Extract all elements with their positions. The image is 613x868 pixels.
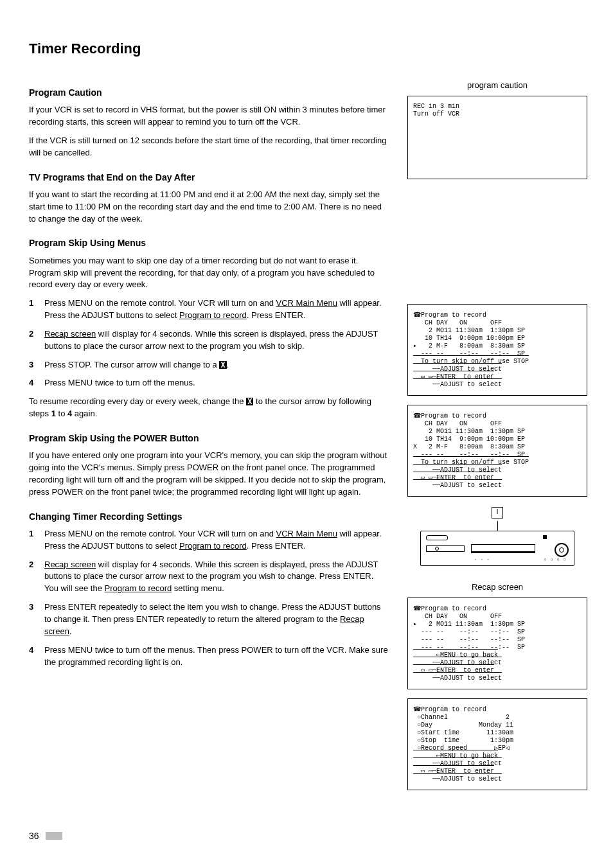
screen-line: ──ADJUST to select	[413, 466, 502, 474]
camera-icon	[413, 706, 421, 713]
screen-line: --- -- --:-- --:-- SP	[413, 636, 525, 643]
screen-line: ──ADJUST to select	[413, 482, 502, 489]
screen-title: Program to record	[421, 312, 486, 319]
screen-line: ──ADJUST to select	[413, 760, 502, 767]
para-caution-1: If your VCR is set to record in VHS form…	[29, 104, 388, 128]
underlined-term: Recap screen	[44, 329, 96, 339]
step-number: 3	[29, 601, 44, 638]
screen-title: Program to record	[421, 412, 486, 420]
screen-line: CH DAY ON OFF	[413, 613, 502, 620]
para-day-after: If you want to start the recording at 11…	[29, 189, 388, 226]
step-text: Recap screen will display for 4 seconds.…	[44, 328, 388, 353]
screen-line: X 2 M-F 8:00am 8:30am SP	[413, 443, 525, 450]
screen-line: ▸ 2 M-F 8:00am 8:30am SP	[413, 342, 525, 350]
camera-icon	[413, 605, 421, 612]
screen-line: 10 TH14 9:00pm 10:00pm EP	[413, 335, 525, 342]
para-caution-2: If the VCR is still turned on 12 seconds…	[29, 135, 388, 159]
text-fragment: . Press ENTER.	[247, 310, 306, 320]
underlined-term: VCR Main Menu	[276, 298, 337, 308]
page-number: 36	[29, 829, 39, 842]
page-footer: 36	[29, 829, 62, 842]
screen-line: To turn skip on/off use STOP	[413, 459, 529, 466]
vcr-ports: ○ ○ ○ ○	[544, 556, 567, 563]
screen-line: To turn skip on/off use STOP	[413, 358, 529, 365]
screen-line: ▭ ▭─ENTER to enter	[413, 373, 494, 380]
screen-line: REC in 3 min	[413, 103, 459, 110]
underlined-term: VCR Main Menu	[276, 529, 337, 538]
screen-recap: Program to record CH DAY ON OFF ▸ 2 MO11…	[407, 598, 587, 689]
text-fragment: Press MENU on the remote control. Your V…	[44, 298, 276, 308]
screen-line: ──ADJUST to select	[413, 775, 502, 783]
vcr-small-buttons: ▫ ▫ ▫	[475, 557, 491, 563]
skip-steps-list: 1 Press MENU on the remote control. Your…	[29, 297, 388, 389]
heading-day-after: TV Programs that End on the Day After	[29, 171, 388, 184]
heading-skip-menus: Program Skip Using Menus	[29, 236, 388, 249]
screen-title: Program to record	[421, 706, 486, 713]
camera-icon	[413, 412, 421, 420]
screen-line: ○Day Monday 11	[413, 722, 513, 729]
screen-line: 10 TH14 9:00pm 10:00pm EP	[413, 436, 525, 443]
screen-line: ▸ 2 MO11 11:30am 1:30pm SP	[413, 621, 525, 628]
text-fragment: Press ENTER repeatedly to select the ite…	[44, 602, 381, 624]
step-number: 4	[29, 377, 44, 389]
step-ref: 1	[51, 409, 56, 418]
para-skip-intro: Sometimes you may want to skip one day o…	[29, 255, 388, 292]
screen-line: ▭ ▭─ENTER to enter	[413, 768, 494, 775]
list-item: 2 Recap screen will display for 4 second…	[29, 559, 388, 596]
step-text: Press MENU twice to turn off the menus.	[44, 377, 388, 389]
screen-footer: To turn skip on/off use STOP ──ADJUST to…	[413, 355, 529, 388]
connector-line	[497, 521, 498, 531]
text-fragment: Press MENU on the remote control. Your V…	[44, 529, 276, 538]
screen-line: ──ADJUST to select	[413, 366, 502, 373]
x-marker-icon: X	[246, 398, 253, 405]
screen-footer: To turn skip on/off use STOP ──ADJUST to…	[413, 456, 529, 489]
text-fragment: setting menu.	[172, 583, 224, 593]
vcr-knob	[555, 543, 569, 557]
text-fragment: To resume recording every day or every w…	[29, 396, 246, 406]
screen-line: ⟵MENU to go back	[413, 752, 498, 759]
step-text: Press MENU twice to turn off the menus. …	[44, 644, 388, 669]
screen-line: ⟵MENU to go back	[413, 651, 498, 659]
screen-line: ○Channel 2	[413, 714, 510, 721]
screen-program-to-record-1: Program to record CH DAY ON OFF 2 MO11 1…	[407, 304, 587, 396]
screen-program-caution: REC in 3 min Turn off VCR	[407, 96, 587, 179]
step-text: Recap screen will display for 4 seconds.…	[44, 559, 388, 596]
caption-recap-screen: Recap screen	[407, 581, 587, 594]
power-light-icon	[435, 547, 439, 551]
page-title: Timer Recording	[29, 39, 587, 59]
heading-program-caution: Program Caution	[29, 86, 388, 99]
vcr-display	[426, 545, 465, 552]
vcr-button-row	[426, 535, 448, 540]
step-number: 1	[29, 528, 44, 553]
screen-line: CH DAY ON OFF	[413, 420, 502, 427]
caption-program-caution: program caution	[407, 80, 587, 92]
main-content: Program Caution If your VCR is set to re…	[29, 75, 388, 799]
step-number: 1	[29, 297, 44, 322]
x-marker-icon: X	[219, 361, 226, 369]
clock-icon	[492, 507, 503, 518]
screen-footer: ⟵MENU to go back ──ADJUST to select ▭ ▭─…	[413, 750, 502, 783]
text-fragment: to	[56, 409, 67, 418]
underlined-term: Recap screen	[44, 560, 96, 569]
step-number: 2	[29, 559, 44, 596]
list-item: 1 Press MENU on the remote control. Your…	[29, 297, 388, 322]
screen-line: ▭ ▭─ENTER to enter	[413, 474, 494, 481]
vcr-door	[471, 544, 535, 553]
screen-line: Turn off VCR	[413, 111, 459, 118]
screen-settings: Program to record ○Channel 2 ○Day Monday…	[407, 698, 587, 790]
list-item: 3 Press STOP. The cursor arrow will chan…	[29, 359, 388, 371]
text-fragment: Press STOP. The cursor arrow will change…	[44, 360, 219, 369]
underlined-term: Program to record	[179, 541, 247, 551]
list-item: 3 Press ENTER repeatedly to select the i…	[29, 601, 388, 638]
text-fragment: .	[227, 360, 229, 369]
heading-change-settings: Changing Timer Recording Settings	[29, 510, 388, 523]
underlined-term: Program to record	[104, 583, 172, 593]
step-number: 2	[29, 328, 44, 353]
step-text: Press MENU on the remote control. Your V…	[44, 297, 388, 322]
screen-line: 2 MO11 11:30am 1:30pm SP	[413, 428, 525, 435]
heading-skip-power: Program Skip Using the POWER Button	[29, 432, 388, 445]
screen-line: ──ADJUST to select	[413, 675, 502, 682]
text-fragment: . Press ENTER.	[247, 541, 306, 551]
list-item: 1 Press MENU on the remote control. Your…	[29, 528, 388, 553]
step-text: Press MENU on the remote control. Your V…	[44, 528, 388, 553]
